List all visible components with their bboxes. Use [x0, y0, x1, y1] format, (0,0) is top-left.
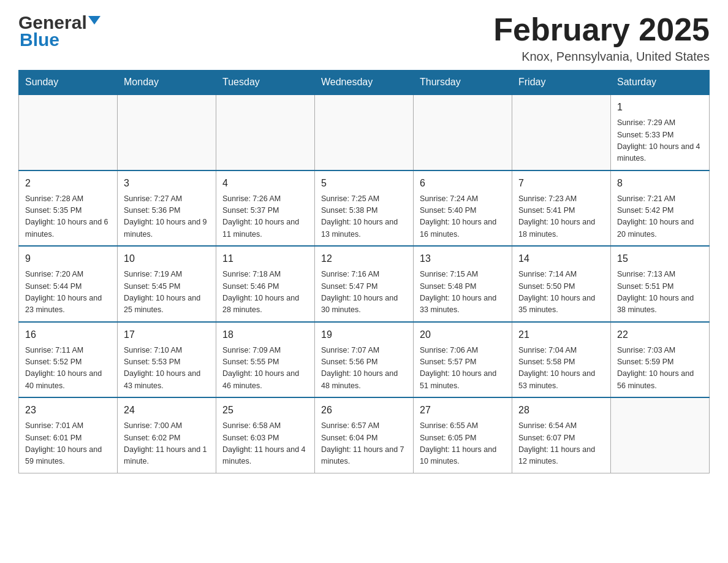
- day-number: 1: [617, 100, 703, 115]
- table-row: 12Sunrise: 7:16 AMSunset: 5:47 PMDayligh…: [315, 246, 414, 322]
- day-number: 3: [124, 176, 210, 191]
- page-header: General Blue February 2025 Knox, Pennsyl…: [18, 12, 710, 64]
- calendar-week-row: 16Sunrise: 7:11 AMSunset: 5:52 PMDayligh…: [19, 322, 710, 398]
- table-row: 28Sunrise: 6:54 AMSunset: 6:07 PMDayligh…: [512, 397, 611, 473]
- table-row: 5Sunrise: 7:25 AMSunset: 5:38 PMDaylight…: [315, 170, 414, 247]
- day-number: 6: [420, 176, 506, 191]
- day-number: 16: [25, 327, 111, 342]
- day-number: 10: [124, 251, 210, 266]
- day-number: 20: [420, 327, 506, 342]
- table-row: 23Sunrise: 7:01 AMSunset: 6:01 PMDayligh…: [19, 397, 118, 473]
- day-info: Sunrise: 7:18 AMSunset: 5:46 PMDaylight:…: [222, 269, 308, 316]
- table-row: [118, 94, 216, 170]
- day-info: Sunrise: 6:58 AMSunset: 6:03 PMDaylight:…: [222, 420, 308, 468]
- day-number: 24: [124, 403, 210, 418]
- page-subtitle: Knox, Pennsylvania, United States: [493, 50, 710, 64]
- calendar-table: Sunday Monday Tuesday Wednesday Thursday…: [18, 70, 710, 473]
- table-row: 4Sunrise: 7:26 AMSunset: 5:37 PMDaylight…: [216, 170, 315, 247]
- day-info: Sunrise: 7:11 AMSunset: 5:52 PMDaylight:…: [25, 345, 111, 393]
- day-number: 7: [518, 176, 604, 191]
- col-header-saturday: Saturday: [611, 71, 710, 95]
- day-info: Sunrise: 7:00 AMSunset: 6:02 PMDaylight:…: [124, 420, 210, 468]
- calendar-week-row: 9Sunrise: 7:20 AMSunset: 5:44 PMDaylight…: [19, 246, 710, 322]
- table-row: [19, 94, 118, 170]
- table-row: 2Sunrise: 7:28 AMSunset: 5:35 PMDaylight…: [19, 170, 118, 247]
- calendar-header-row: Sunday Monday Tuesday Wednesday Thursday…: [19, 71, 710, 95]
- table-row: 25Sunrise: 6:58 AMSunset: 6:03 PMDayligh…: [216, 397, 315, 473]
- col-header-sunday: Sunday: [19, 71, 118, 95]
- table-row: [611, 397, 710, 473]
- page-title: February 2025: [493, 12, 710, 47]
- table-row: 24Sunrise: 7:00 AMSunset: 6:02 PMDayligh…: [118, 397, 216, 473]
- table-row: 19Sunrise: 7:07 AMSunset: 5:56 PMDayligh…: [315, 322, 414, 398]
- day-info: Sunrise: 7:19 AMSunset: 5:45 PMDaylight:…: [124, 269, 210, 316]
- day-number: 21: [518, 327, 604, 342]
- day-info: Sunrise: 7:25 AMSunset: 5:38 PMDaylight:…: [321, 193, 407, 241]
- table-row: 17Sunrise: 7:10 AMSunset: 5:53 PMDayligh…: [118, 322, 216, 398]
- col-header-monday: Monday: [118, 71, 216, 95]
- day-info: Sunrise: 7:28 AMSunset: 5:35 PMDaylight:…: [25, 193, 111, 241]
- day-info: Sunrise: 7:27 AMSunset: 5:36 PMDaylight:…: [124, 193, 210, 241]
- col-header-wednesday: Wednesday: [315, 71, 414, 95]
- table-row: 9Sunrise: 7:20 AMSunset: 5:44 PMDaylight…: [19, 246, 118, 322]
- day-info: Sunrise: 7:23 AMSunset: 5:41 PMDaylight:…: [518, 193, 604, 241]
- table-row: [216, 94, 315, 170]
- table-row: [414, 94, 512, 170]
- day-info: Sunrise: 7:07 AMSunset: 5:56 PMDaylight:…: [321, 345, 407, 393]
- day-number: 27: [420, 403, 506, 418]
- logo-blue-text: Blue: [20, 29, 59, 50]
- day-info: Sunrise: 7:24 AMSunset: 5:40 PMDaylight:…: [420, 193, 506, 241]
- table-row: 11Sunrise: 7:18 AMSunset: 5:46 PMDayligh…: [216, 246, 315, 322]
- table-row: [512, 94, 611, 170]
- day-number: 18: [222, 327, 308, 342]
- col-header-tuesday: Tuesday: [216, 71, 315, 95]
- table-row: 18Sunrise: 7:09 AMSunset: 5:55 PMDayligh…: [216, 322, 315, 398]
- day-number: 4: [222, 176, 308, 191]
- table-row: 21Sunrise: 7:04 AMSunset: 5:58 PMDayligh…: [512, 322, 611, 398]
- day-info: Sunrise: 7:26 AMSunset: 5:37 PMDaylight:…: [222, 193, 308, 241]
- day-number: 28: [518, 403, 604, 418]
- day-info: Sunrise: 7:06 AMSunset: 5:57 PMDaylight:…: [420, 345, 506, 393]
- day-info: Sunrise: 7:13 AMSunset: 5:51 PMDaylight:…: [617, 269, 703, 316]
- day-number: 15: [617, 251, 703, 266]
- day-info: Sunrise: 7:09 AMSunset: 5:55 PMDaylight:…: [222, 345, 308, 393]
- day-number: 11: [222, 251, 308, 266]
- day-info: Sunrise: 7:20 AMSunset: 5:44 PMDaylight:…: [25, 269, 111, 316]
- day-number: 22: [617, 327, 703, 342]
- day-info: Sunrise: 6:55 AMSunset: 6:05 PMDaylight:…: [420, 420, 506, 468]
- logo: General Blue: [18, 12, 100, 50]
- table-row: 13Sunrise: 7:15 AMSunset: 5:48 PMDayligh…: [414, 246, 512, 322]
- col-header-friday: Friday: [512, 71, 611, 95]
- table-row: 14Sunrise: 7:14 AMSunset: 5:50 PMDayligh…: [512, 246, 611, 322]
- day-info: Sunrise: 6:54 AMSunset: 6:07 PMDaylight:…: [518, 420, 604, 468]
- day-number: 2: [25, 176, 111, 191]
- table-row: 3Sunrise: 7:27 AMSunset: 5:36 PMDaylight…: [118, 170, 216, 247]
- table-row: 1Sunrise: 7:29 AMSunset: 5:33 PMDaylight…: [611, 94, 710, 170]
- day-info: Sunrise: 7:21 AMSunset: 5:42 PMDaylight:…: [617, 193, 703, 241]
- title-block: February 2025 Knox, Pennsylvania, United…: [493, 12, 710, 64]
- day-number: 14: [518, 251, 604, 266]
- day-number: 5: [321, 176, 407, 191]
- day-info: Sunrise: 7:10 AMSunset: 5:53 PMDaylight:…: [124, 345, 210, 393]
- day-info: Sunrise: 7:14 AMSunset: 5:50 PMDaylight:…: [518, 269, 604, 316]
- day-number: 26: [321, 403, 407, 418]
- day-info: Sunrise: 7:04 AMSunset: 5:58 PMDaylight:…: [518, 345, 604, 393]
- table-row: 6Sunrise: 7:24 AMSunset: 5:40 PMDaylight…: [414, 170, 512, 247]
- calendar-week-row: 1Sunrise: 7:29 AMSunset: 5:33 PMDaylight…: [19, 94, 710, 170]
- day-info: Sunrise: 7:01 AMSunset: 6:01 PMDaylight:…: [25, 420, 111, 468]
- day-info: Sunrise: 7:15 AMSunset: 5:48 PMDaylight:…: [420, 269, 506, 316]
- day-info: Sunrise: 7:16 AMSunset: 5:47 PMDaylight:…: [321, 269, 407, 316]
- day-info: Sunrise: 6:57 AMSunset: 6:04 PMDaylight:…: [321, 420, 407, 468]
- table-row: 22Sunrise: 7:03 AMSunset: 5:59 PMDayligh…: [611, 322, 710, 398]
- table-row: 26Sunrise: 6:57 AMSunset: 6:04 PMDayligh…: [315, 397, 414, 473]
- day-number: 8: [617, 176, 703, 191]
- table-row: 8Sunrise: 7:21 AMSunset: 5:42 PMDaylight…: [611, 170, 710, 247]
- day-number: 23: [25, 403, 111, 418]
- day-number: 19: [321, 327, 407, 342]
- col-header-thursday: Thursday: [414, 71, 512, 95]
- day-number: 13: [420, 251, 506, 266]
- table-row: 7Sunrise: 7:23 AMSunset: 5:41 PMDaylight…: [512, 170, 611, 247]
- day-number: 9: [25, 251, 111, 266]
- day-number: 17: [124, 327, 210, 342]
- calendar-week-row: 2Sunrise: 7:28 AMSunset: 5:35 PMDaylight…: [19, 170, 710, 247]
